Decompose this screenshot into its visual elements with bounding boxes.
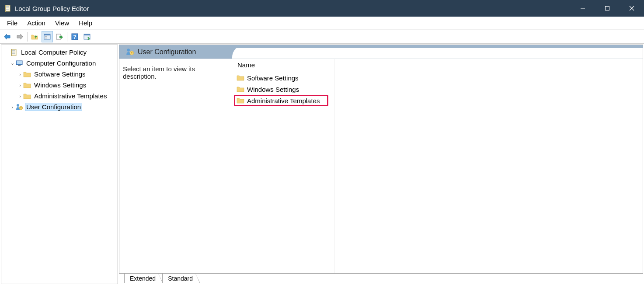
- toolbar-separator: [27, 32, 28, 42]
- expand-icon[interactable]: ›: [9, 104, 15, 110]
- content-title: User Configuration: [138, 48, 196, 56]
- tree-pane[interactable]: Local Computer Policy ⌄ Computer Configu…: [1, 45, 118, 284]
- tree-root[interactable]: Local Computer Policy: [1, 47, 118, 58]
- properties-button[interactable]: [42, 31, 53, 42]
- list-item-label: Windows Settings: [247, 86, 299, 93]
- window-title: Local Group Policy Editor: [15, 5, 89, 12]
- back-button[interactable]: [2, 31, 13, 42]
- column-name[interactable]: Name: [237, 61, 329, 69]
- collapse-icon[interactable]: ⌄: [9, 60, 15, 66]
- content-pane: User Configuration Select an item to vie…: [119, 45, 643, 274]
- description-pane: Select an item to view its description.: [119, 59, 234, 273]
- expand-icon[interactable]: ›: [17, 72, 23, 77]
- tree-software-settings[interactable]: › Software Settings: [1, 69, 118, 80]
- maximize-button[interactable]: [595, 0, 620, 17]
- list-pane[interactable]: Name Software Settings Windows Settings: [234, 59, 643, 273]
- folder-icon: [23, 81, 31, 89]
- content-header: User Configuration: [119, 45, 643, 59]
- menu-action[interactable]: Action: [24, 18, 49, 28]
- menu-view[interactable]: View: [52, 18, 73, 28]
- folder-icon: [23, 70, 31, 78]
- computer-icon: [15, 59, 23, 67]
- user-icon: [15, 103, 23, 111]
- list-item-windows-settings[interactable]: Windows Settings: [234, 83, 643, 95]
- folder-icon: [23, 92, 31, 100]
- tree-windows-settings[interactable]: › Windows Settings: [1, 80, 118, 90]
- titlebar: Local Group Policy Editor: [0, 0, 644, 17]
- minimize-button[interactable]: [571, 0, 595, 17]
- tree-label: Software Settings: [33, 70, 87, 78]
- folder-icon: [237, 74, 244, 81]
- taskpad-button[interactable]: [81, 31, 93, 42]
- tree-computer-configuration[interactable]: ⌄ Computer Configuration: [1, 58, 118, 69]
- tree-administrative-templates[interactable]: › Administrative Templates: [1, 90, 118, 101]
- tab-extended[interactable]: Extended: [124, 274, 158, 283]
- toolbar: [0, 30, 644, 44]
- tree-label: Administrative Templates: [33, 92, 108, 100]
- svg-rect-21: [606, 7, 609, 10]
- export-button[interactable]: [54, 31, 65, 42]
- list-item-label: Software Settings: [247, 74, 299, 82]
- expand-icon[interactable]: ›: [17, 83, 23, 88]
- list-header[interactable]: Name: [234, 59, 643, 71]
- description-text: Select an item to view its description.: [123, 65, 195, 80]
- menu-help[interactable]: Help: [75, 18, 96, 28]
- window-controls: [571, 0, 644, 17]
- tree-label: Computer Configuration: [25, 59, 97, 67]
- folder-icon: [237, 86, 244, 93]
- list-item-administrative-templates[interactable]: Administrative Templates: [234, 95, 328, 106]
- up-button[interactable]: [29, 31, 41, 42]
- forward-button[interactable]: [14, 31, 25, 42]
- menubar: File Action View Help: [0, 17, 644, 30]
- tree-user-configuration[interactable]: › User Configuration: [1, 101, 118, 112]
- bottom-tabs: Extended Standard: [119, 274, 643, 284]
- app-icon: [4, 4, 11, 12]
- expand-icon[interactable]: ›: [17, 94, 23, 99]
- help-button[interactable]: [69, 31, 80, 42]
- tab-standard[interactable]: Standard: [162, 274, 195, 283]
- user-icon: [125, 48, 134, 56]
- toolbar-separator: [67, 32, 67, 42]
- tree-label: Windows Settings: [33, 81, 87, 89]
- menu-file[interactable]: File: [3, 18, 21, 28]
- notepad-icon: [10, 49, 18, 56]
- list-item-label: Administrative Templates: [247, 97, 320, 104]
- tree-label: User Configuration: [25, 103, 82, 111]
- tree-root-label: Local Computer Policy: [20, 48, 88, 56]
- list-item-software-settings[interactable]: Software Settings: [234, 72, 643, 83]
- folder-icon: [237, 97, 244, 104]
- close-button[interactable]: [620, 0, 644, 17]
